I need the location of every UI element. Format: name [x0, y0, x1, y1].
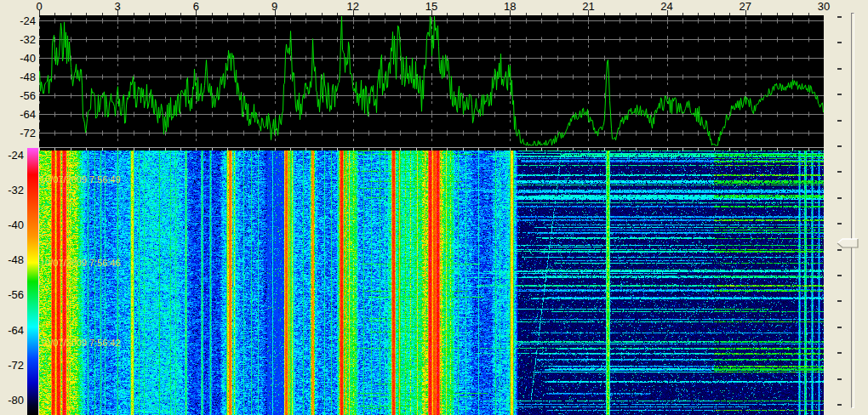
spectrum-db-label: -56 — [2, 90, 36, 101]
slider-tick — [837, 120, 842, 122]
slider-tick — [837, 352, 842, 354]
slider-tick — [837, 171, 842, 173]
spectrum-db-label: -72 — [2, 128, 36, 139]
spectrum-db-label: -48 — [2, 71, 36, 82]
waterfall-db-label: -80 — [0, 394, 24, 405]
spectrum-plot — [39, 9, 824, 147]
slider-tick — [837, 68, 842, 70]
waterfall-db-label: -24 — [0, 150, 24, 161]
slider-tick — [837, 197, 842, 199]
waterfall-db-label: -72 — [0, 359, 24, 370]
slider-tick — [837, 300, 842, 302]
slider-tick — [837, 249, 842, 251]
waterfall-timestamp: 10/07/2009 7:56:42 — [40, 338, 121, 348]
spectravue-window: 036912151821242730 -24-32-40-48-56-64-72… — [0, 0, 868, 415]
waterfall-timestamp: 10/07/2009 7:56:49 — [40, 174, 121, 185]
waterfall-display — [39, 147, 824, 415]
slider-tick — [837, 42, 842, 43]
slider-tick — [837, 275, 842, 276]
spectrum-db-label: -24 — [2, 15, 36, 26]
slider-tick — [837, 327, 842, 328]
waterfall-db-label: -40 — [0, 219, 24, 230]
waterfall-colorbar — [27, 148, 38, 415]
waterfall-db-label: -48 — [0, 254, 24, 265]
spectrum-db-label: -32 — [2, 34, 36, 45]
waterfall-db-label: -56 — [0, 289, 24, 300]
slider-tick — [837, 223, 842, 225]
slider-tick — [837, 94, 842, 95]
slider-tick — [837, 145, 842, 147]
vertical-slider-track[interactable] — [851, 13, 854, 408]
slider-tick — [837, 16, 842, 18]
waterfall-timestamp: 10/07/2009 7:56:46 — [40, 258, 121, 268]
waterfall-db-label: -64 — [0, 324, 24, 335]
vertical-slider-thumb[interactable] — [837, 238, 859, 248]
spectrum-db-label: -64 — [2, 109, 36, 120]
spectrum-db-label: -40 — [2, 53, 36, 64]
waterfall-db-label: -32 — [0, 185, 24, 196]
slider-tick — [837, 404, 842, 406]
slider-tick — [837, 378, 842, 380]
